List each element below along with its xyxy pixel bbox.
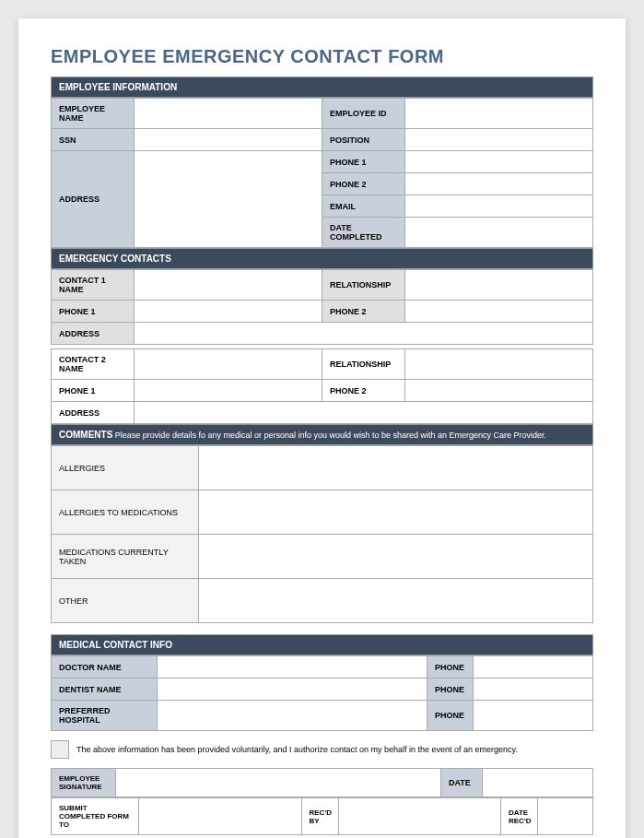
form-title: EMPLOYEE EMERGENCY CONTACT FORM — [51, 46, 593, 67]
input-allergies-meds[interactable] — [199, 490, 593, 535]
label-signature: EMPLOYEE SIGNATURE — [52, 769, 116, 797]
input-phone1[interactable] — [405, 151, 593, 173]
input-doctor-phone[interactable] — [474, 656, 593, 679]
input-recd-by[interactable] — [338, 798, 501, 835]
label-phone1: PHONE 1 — [322, 151, 405, 173]
label-contact1-name: CONTACT 1 NAME — [52, 270, 135, 301]
input-contact1-phone1[interactable] — [135, 301, 322, 323]
medical-contact-table: DOCTOR NAME PHONE DENTIST NAME PHONE PRE… — [51, 655, 593, 731]
input-dentist-name[interactable] — [158, 679, 427, 701]
label-phone2: PHONE 2 — [322, 173, 405, 195]
input-employee-name[interactable] — [135, 99, 322, 129]
label-contact2-address: ADDRESS — [52, 402, 135, 424]
input-other[interactable] — [199, 579, 593, 623]
emergency-contacts-table: CONTACT 1 NAME RELATIONSHIP PHONE 1 PHON… — [51, 269, 593, 345]
signature-table: EMPLOYEE SIGNATURE DATE — [51, 768, 593, 797]
input-hospital-phone[interactable] — [474, 701, 593, 731]
comments-header-bold: COMMENTS — [59, 430, 112, 440]
label-contact2-name: CONTACT 2 NAME — [52, 349, 135, 380]
input-sig-date[interactable] — [483, 769, 593, 797]
input-contact1-phone2[interactable] — [405, 301, 593, 323]
input-contact1-address[interactable] — [135, 323, 593, 345]
label-hospital: PREFERRED HOSPITAL — [52, 701, 158, 731]
label-recd-by: REC'D BY — [301, 798, 338, 835]
authorization-row: The above information has been provided … — [51, 740, 593, 759]
submit-table: SUBMIT COMPLETED FORM TO REC'D BY DATE R… — [51, 797, 593, 835]
input-email[interactable] — [405, 195, 593, 218]
form-page: EMPLOYEE EMERGENCY CONTACT FORM EMPLOYEE… — [18, 18, 626, 838]
employee-info-header: EMPLOYEE INFORMATION — [51, 77, 593, 98]
label-dentist-name: DENTIST NAME — [52, 679, 158, 701]
input-contact2-phone1[interactable] — [135, 380, 322, 402]
input-contact2-phone2[interactable] — [405, 380, 593, 402]
label-date-recd: DATE REC'D — [501, 798, 538, 835]
input-dentist-phone[interactable] — [474, 679, 593, 701]
input-signature[interactable] — [116, 769, 441, 797]
input-date-recd[interactable] — [538, 798, 593, 835]
label-submit-to: SUBMIT COMPLETED FORM TO — [52, 798, 139, 835]
input-contact2-name[interactable] — [135, 349, 322, 380]
label-other: OTHER — [52, 579, 199, 623]
input-hospital[interactable] — [158, 701, 427, 731]
label-doctor-phone: PHONE — [427, 656, 474, 679]
label-contact1-phone1: PHONE 1 — [52, 301, 135, 323]
input-contact2-address[interactable] — [135, 402, 593, 424]
label-employee-id: EMPLOYEE ID — [322, 99, 405, 129]
input-phone2[interactable] — [405, 173, 593, 195]
input-contact1-name[interactable] — [135, 270, 322, 301]
authorization-text: The above information has been provided … — [76, 745, 518, 754]
input-contact2-relationship[interactable] — [405, 349, 593, 380]
label-employee-name: EMPLOYEE NAME — [52, 99, 135, 129]
label-position: POSITION — [322, 129, 405, 151]
label-contact1-phone2: PHONE 2 — [322, 301, 405, 323]
label-contact1-address: ADDRESS — [52, 323, 135, 345]
input-position[interactable] — [405, 129, 593, 151]
label-email: EMAIL — [322, 195, 405, 218]
label-contact1-relationship: RELATIONSHIP — [322, 270, 405, 301]
input-allergies[interactable] — [199, 446, 593, 490]
label-contact2-relationship: RELATIONSHIP — [322, 349, 405, 380]
emergency-contacts-table-2: CONTACT 2 NAME RELATIONSHIP PHONE 1 PHON… — [51, 348, 593, 424]
label-doctor-name: DOCTOR NAME — [52, 656, 158, 679]
label-allergies: ALLERGIES — [52, 446, 199, 490]
input-submit-to[interactable] — [139, 798, 302, 835]
medical-contact-header: MEDICAL CONTACT INFO — [51, 634, 593, 655]
input-meds-taken[interactable] — [199, 535, 593, 579]
comments-header-text: Please provide details fo any medical or… — [112, 431, 546, 440]
label-date-completed: DATE COMPLETED — [322, 218, 405, 248]
input-address[interactable] — [135, 151, 322, 248]
authorization-checkbox[interactable] — [51, 740, 69, 759]
emergency-contacts-header: EMERGENCY CONTACTS — [51, 248, 593, 269]
label-hospital-phone: PHONE — [427, 701, 474, 731]
input-contact1-relationship[interactable] — [405, 270, 593, 301]
input-ssn[interactable] — [135, 129, 322, 151]
label-address: ADDRESS — [52, 151, 135, 248]
input-date-completed[interactable] — [405, 218, 593, 248]
input-doctor-name[interactable] — [158, 656, 427, 679]
comments-table: ALLERGIES ALLERGIES TO MEDICATIONS MEDIC… — [51, 445, 593, 623]
employee-info-table: EMPLOYEE NAME EMPLOYEE ID SSN POSITION A… — [51, 98, 593, 248]
label-contact2-phone2: PHONE 2 — [322, 380, 405, 402]
label-allergies-meds: ALLERGIES TO MEDICATIONS — [52, 490, 199, 535]
label-contact2-phone1: PHONE 1 — [52, 380, 135, 402]
label-dentist-phone: PHONE — [427, 679, 474, 701]
comments-header: COMMENTS Please provide details fo any m… — [51, 424, 593, 445]
label-meds-taken: MEDICATIONS CURRENTLY TAKEN — [52, 535, 199, 579]
label-ssn: SSN — [52, 129, 135, 151]
label-sig-date: DATE — [441, 769, 483, 797]
input-employee-id[interactable] — [405, 99, 593, 129]
